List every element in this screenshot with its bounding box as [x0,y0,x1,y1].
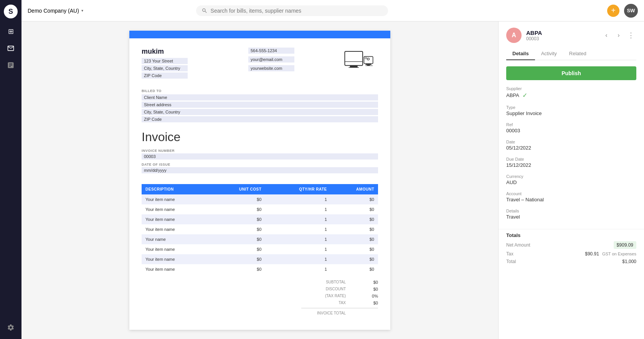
sidebar-item-dashboard[interactable]: ⊞ [4,25,18,38]
avatar[interactable]: SW [624,4,638,18]
company-selector[interactable]: Demo Company (AU) ▾ [28,8,83,14]
ref-value: 00003 [506,128,636,133]
details-row: Details Travel [506,209,636,220]
entity-avatar: A [506,28,522,43]
account-row: Account Travel – National [506,191,636,202]
tab-details[interactable]: Details [506,48,535,60]
row-qty: 1 [265,234,330,244]
client-city[interactable]: City, State, Country [142,109,378,115]
header: Demo Company (AU) ▾ + SW [21,0,644,21]
table-row[interactable]: Your name $0 1 $0 [142,234,378,244]
tab-related[interactable]: Related [563,48,593,60]
date-row: Date 05/12/2022 [506,140,636,151]
billed-to-label: BILLED TO [142,89,378,93]
table-row[interactable]: Your item name $0 1 $0 [142,254,378,264]
phone[interactable]: 564-555-1234 [248,48,294,54]
invoice-header-bar [129,31,390,38]
publish-button[interactable]: Publish [506,66,636,80]
invoice-number[interactable]: 00003 [142,153,378,160]
row-amount: $0 [331,264,378,274]
row-unit-cost: $0 [210,244,265,254]
check-icon: ✓ [522,92,527,99]
more-options[interactable]: ⋮ [626,30,636,41]
row-amount: $0 [331,254,378,264]
table-row[interactable]: Your item name $0 1 $0 [142,244,378,254]
col-qty: QTY/HR RATE [265,184,330,194]
col-amount: AMOUNT [331,184,378,194]
details-value: Travel [506,214,636,220]
subtotal-label: SUBTOTAL [307,280,346,285]
settings-icon[interactable] [4,321,18,334]
row-unit-cost: $0 [210,224,265,234]
invoice-totals: SUBTOTAL $0 DISCOUNT $0 (TAX RATE) 0% [142,279,378,316]
company-name: Demo Company (AU) [28,8,79,14]
address-zip[interactable]: ZIP Code [142,72,188,79]
ref-label: Ref [506,122,636,127]
header-right: + SW [607,4,638,18]
row-unit-cost: $0 [210,234,265,244]
row-qty: 1 [265,244,330,254]
main-area: Demo Company (AU) ▾ + SW [21,0,644,339]
total-row: Total $1,000 [506,259,636,264]
sidebar: S ⊞ [0,0,21,339]
prev-arrow[interactable]: ‹ [601,30,612,41]
due-date-label: Due Date [506,157,636,161]
right-panel: A ABPA 00003 ‹ › ⋮ Details Activity Rela… [498,21,644,339]
row-unit-cost: $0 [210,254,265,264]
date-label: Date [506,140,636,144]
email[interactable]: your@email.com [248,56,294,63]
invoice-middle: Invoice INVOICE NUMBER 00003 DATE OF ISS… [142,130,378,176]
row-amount: $0 [331,234,378,244]
net-amount-row: Net Amount $909.09 [506,241,636,249]
row-amount: $0 [331,214,378,224]
row-qty: 1 [265,204,330,214]
due-date-row: Due Date 15/12/2022 [506,157,636,168]
row-description: Your item name [142,194,210,204]
next-arrow[interactable]: › [613,30,624,41]
client-name[interactable]: Client Name [142,94,378,100]
table-row[interactable]: Your item name $0 1 $0 [142,224,378,234]
address-line1[interactable]: 123 Your Street [142,58,188,64]
client-zip[interactable]: ZIP Code [142,116,378,122]
add-button[interactable]: + [607,5,619,17]
ref-row: Ref 00003 [506,122,636,133]
billed-to: BILLED TO Client Name Street address Cit… [142,89,378,122]
website[interactable]: yourwebsite.com [248,65,294,71]
app-logo[interactable]: S [4,5,18,18]
total-value: $1,000 [622,259,636,264]
row-unit-cost: $0 [210,214,265,224]
invoice-preview: mukim 123 Your Street City, State, Count… [21,21,498,339]
table-row[interactable]: Your item name $0 1 $0 [142,264,378,274]
type-row: Type Supplier Invoice [506,105,636,116]
row-qty: 1 [265,214,330,224]
search-input[interactable] [211,8,326,14]
panel-nav: ‹ › ⋮ [601,30,636,41]
table-row[interactable]: Your item name $0 1 $0 [142,194,378,204]
invoice-total-label: INVOICE TOTAL [307,311,346,315]
search-icon [201,8,208,14]
invoice-total-value [355,311,378,315]
table-row[interactable]: Your item name $0 1 $0 [142,204,378,214]
net-amount-label: Net Amount [506,242,530,248]
row-amount: $0 [331,194,378,204]
address-city[interactable]: City, State, Country [142,65,188,71]
tax-totals-row: Tax $90.91 GST on Expenses [506,251,636,257]
sidebar-item-inbox[interactable] [4,41,18,55]
svg-rect-5 [365,64,371,65]
content: mukim 123 Your Street City, State, Count… [21,21,644,339]
client-street[interactable]: Street address [142,102,378,108]
tax-totals-value: $90.91 [585,251,599,257]
date-of-issue[interactable]: mm/dd/yyyy [142,167,378,173]
tax-rate-label: (TAX RATE) [307,294,346,298]
row-amount: $0 [331,224,378,234]
entity-info: ABPA 00003 [526,30,596,41]
currency-row: Currency AUD [506,174,636,185]
table-row[interactable]: Your item name $0 1 $0 [142,214,378,224]
entity-ref: 00003 [526,36,596,41]
tab-activity[interactable]: Activity [535,48,563,60]
sidebar-item-reports[interactable] [4,58,18,72]
totals-section: Totals Net Amount $909.09 Tax $90.91 GST… [499,229,644,270]
discount-label: DISCOUNT [307,287,346,291]
row-unit-cost: $0 [210,204,265,214]
invoice-title: Invoice [142,130,378,144]
